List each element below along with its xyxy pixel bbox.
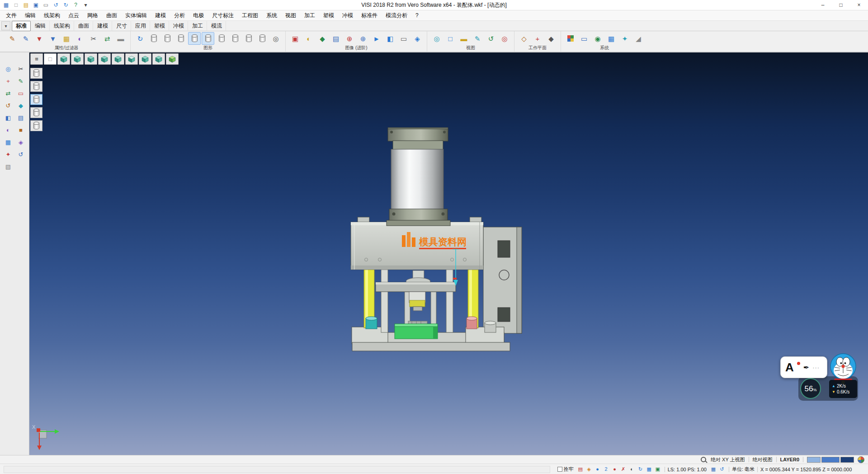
view-left-cube[interactable] — [112, 53, 124, 65]
print-icon[interactable]: ▭ — [42, 1, 50, 9]
menu-item-1[interactable]: 编辑 — [21, 10, 40, 20]
menu-item-12[interactable]: 系统 — [262, 10, 281, 20]
workplane-3d-icon[interactable]: ◆ — [545, 32, 557, 45]
close-button[interactable]: × — [850, 0, 868, 10]
redraw-icon[interactable]: ↻ — [134, 32, 146, 45]
axis-icon[interactable]: + — [3, 76, 14, 86]
menu-item-3[interactable]: 点云 — [64, 10, 83, 20]
redo-icon[interactable]: ↻ — [61, 1, 70, 9]
color-palette-icon[interactable] — [564, 32, 577, 45]
reload-icon[interactable]: ↺ — [718, 466, 726, 473]
annotate-view-icon[interactable]: ✎ — [471, 32, 484, 45]
save-icon[interactable]: ▣ — [32, 1, 40, 9]
section-view-icon[interactable] — [215, 32, 228, 45]
tab-1[interactable]: 编辑 — [31, 21, 50, 31]
open-folder-icon[interactable]: ▤ — [22, 1, 30, 9]
layers-icon[interactable]: ▤ — [15, 112, 26, 123]
render-settings-icon[interactable]: ▣ — [289, 32, 302, 45]
background-icon[interactable]: ▤ — [330, 32, 342, 45]
clean-attributes-icon[interactable]: ▬ — [114, 32, 127, 45]
magnet-blue-icon[interactable]: ⊕ — [357, 32, 369, 45]
tab-4[interactable]: 建模 — [93, 21, 112, 31]
hidden-line-mode-icon[interactable] — [161, 32, 174, 45]
menu-item-19[interactable]: ? — [411, 10, 423, 20]
color-swatch-2[interactable] — [840, 457, 854, 463]
filter-wireframe-button[interactable] — [30, 94, 42, 105]
shaded-edges-mode-icon[interactable] — [188, 32, 201, 45]
tab-8[interactable]: 冲模 — [169, 21, 188, 31]
scale-indicator[interactable]: LS: 1.00 PS: 1.00 — [668, 467, 707, 472]
search-icon[interactable] — [701, 457, 706, 462]
table-settings-icon[interactable]: ▦ — [605, 32, 618, 45]
explode-icon[interactable]: ✦ — [3, 149, 14, 160]
flag-icon[interactable]: ▤ — [576, 466, 585, 473]
maximize-button[interactable]: □ — [832, 0, 850, 10]
filter-all-button[interactable] — [30, 120, 42, 131]
magnet-red-icon[interactable]: ⊕ — [343, 32, 356, 45]
layer-indicator[interactable]: LAYER0 — [780, 457, 799, 462]
view-target-icon[interactable]: ◎ — [498, 32, 511, 45]
view-top-cube[interactable] — [71, 53, 84, 65]
globe-icon[interactable]: ◉ — [591, 32, 604, 45]
lights-icon[interactable]: ◐ — [302, 32, 315, 45]
view-iso-rear-cube[interactable] — [152, 53, 165, 65]
perspective-mode-icon[interactable] — [229, 32, 241, 45]
menu-item-13[interactable]: 视图 — [281, 10, 300, 20]
tab-3[interactable]: 曲面 — [74, 21, 93, 31]
menu-item-8[interactable]: 分析 — [170, 10, 189, 20]
grid-toggle-icon[interactable]: ▦ — [645, 466, 653, 473]
layer-palette-icon[interactable]: ▦ — [60, 32, 73, 45]
view-trimetric-cube[interactable] — [166, 53, 179, 65]
version-2-icon[interactable]: 2 — [602, 466, 610, 473]
side-panel[interactable] — [483, 227, 522, 333]
menu-item-10[interactable]: 尺寸标注 — [208, 10, 238, 20]
delete-icon[interactable]: ✗ — [619, 466, 627, 473]
viewport-canvas[interactable]: ≡□ — [29, 52, 868, 455]
view-orientation-label[interactable]: 绝对 XY 上视图 — [711, 456, 745, 463]
tab-7[interactable]: 塑模 — [150, 21, 169, 31]
menu-item-4[interactable]: 网格 — [83, 10, 102, 20]
paint-icon[interactable]: ◆ — [15, 100, 26, 111]
undo-icon[interactable]: ↺ — [52, 1, 60, 9]
copy-attributes-icon[interactable]: ✎ — [19, 32, 32, 45]
absolute-view-label[interactable]: 绝对视图 — [753, 456, 773, 463]
tab-overflow-button[interactable]: ▾ — [1, 21, 10, 30]
mirror-icon[interactable]: ◐ — [3, 124, 14, 135]
record-icon[interactable]: ● — [611, 466, 619, 473]
menu-item-11[interactable]: 工程图 — [238, 10, 262, 20]
shadow-icon[interactable]: ◧ — [384, 32, 396, 45]
actuator-cylinder[interactable] — [387, 128, 450, 226]
menu-item-5[interactable]: 曲面 — [102, 10, 121, 20]
shaded-mode-icon[interactable] — [175, 32, 187, 45]
view-back-cube[interactable] — [98, 53, 111, 65]
view-right-cube[interactable] — [125, 53, 138, 65]
menu-item-15[interactable]: 塑模 — [319, 10, 338, 20]
history-icon[interactable]: ↺ — [15, 149, 26, 160]
lock-toggle[interactable]: 拴牢 — [557, 466, 574, 473]
workpiece-block[interactable] — [395, 321, 438, 339]
filter-red-icon[interactable]: ▼ — [33, 32, 46, 45]
quickbar-more-button[interactable]: ▾ — [81, 1, 90, 9]
contrast-icon[interactable]: ◐ — [628, 466, 636, 473]
units-indicator[interactable]: 单位: 毫米 — [732, 466, 755, 473]
rotate-view-icon[interactable]: ↺ — [485, 32, 497, 45]
help-icon[interactable]: ? — [71, 1, 80, 9]
menu-item-18[interactable]: 模流分析 — [382, 10, 411, 20]
layout-toggle-icon[interactable]: ▣ — [654, 466, 662, 473]
net-speed-widget[interactable]: ▲2K/s ▼0.6K/s — [829, 380, 857, 398]
scale-icon[interactable]: ◧ — [3, 112, 14, 123]
color-swatch-0[interactable] — [807, 457, 821, 463]
compare-icon[interactable]: ◈ — [411, 32, 424, 45]
pencil-icon[interactable]: ✎ — [15, 76, 26, 86]
tab-9[interactable]: 加工 — [188, 21, 207, 31]
probe-icon[interactable]: ◎ — [3, 63, 14, 74]
ghost-icon[interactable]: ▧ — [3, 161, 14, 172]
lock-icon[interactable]: ■ — [15, 124, 26, 135]
filter-points-button[interactable] — [30, 107, 42, 118]
sync-icon[interactable]: ↻ — [637, 466, 645, 473]
view-mode-pie-icon[interactable] — [858, 456, 864, 463]
cut-icon[interactable]: ✂ — [15, 63, 26, 74]
pen-tool-icon[interactable]: ✒ — [803, 363, 809, 372]
transparent-mode-icon[interactable] — [202, 32, 214, 45]
edit-attributes-icon[interactable]: ✎ — [6, 32, 19, 45]
